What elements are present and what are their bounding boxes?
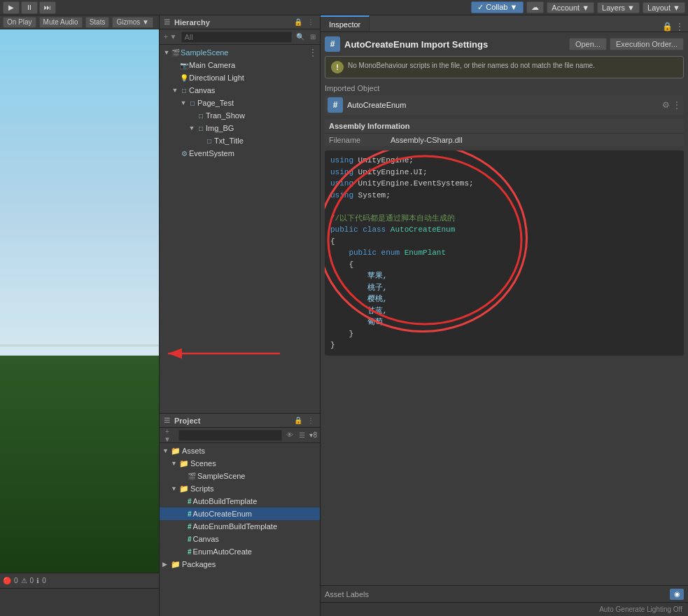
- hierarchy-header: ☰ Hierarchy 🔒 ⋮: [160, 15, 320, 29]
- gizmos-button[interactable]: Gizmos ▼: [112, 17, 153, 28]
- script-auto-build-icon: #: [188, 498, 192, 505]
- on-play-button[interactable]: On Play: [3, 17, 36, 28]
- step-button[interactable]: ⏭: [39, 1, 56, 14]
- item-gear-btn[interactable]: ⚙: [662, 100, 670, 110]
- scene-view: On Play Mute Audio Stats Gizmos ▼: [0, 15, 159, 573]
- execution-order-button[interactable]: Execution Order...: [610, 38, 684, 50]
- middle-section: ☰ Hierarchy 🔒 ⋮ + ▼ 🔍 ⊞ ▼ 🎬 SampleScene: [160, 15, 321, 616]
- collab-button[interactable]: ✓ Collab ▼: [471, 1, 524, 13]
- tree-item-canvas[interactable]: ▼ □ Canvas: [160, 84, 320, 97]
- project-item-canvas-asset[interactable]: # Canvas: [160, 533, 320, 545]
- imported-item-actions: ⚙ ⋮: [662, 100, 681, 110]
- tree-item-sample-scene[interactable]: ▼ 🎬 SampleScene ⋮: [160, 46, 320, 59]
- code-line-17: }: [330, 340, 678, 351]
- inspector-lock-btn[interactable]: 🔒: [662, 22, 673, 31]
- project-more-btn[interactable]: ⋮: [306, 416, 316, 424]
- item-dots-btn[interactable]: ⋮: [673, 100, 681, 110]
- scene-asset-icon: 🎬: [188, 472, 196, 480]
- project-item-assets[interactable]: ▼ 📁 Assets: [160, 444, 320, 457]
- project-label-auto-enum-build: AutoEnumBuildTemplate: [193, 522, 277, 531]
- tree-item-event-system[interactable]: ⚙ EventSystem: [160, 147, 320, 160]
- scene-sky: [0, 29, 159, 356]
- project-label-scenes: Scenes: [190, 459, 216, 468]
- project-filter-btn[interactable]: ☰: [297, 431, 307, 439]
- project-item-scenes[interactable]: ▼ 📁 Scenes: [160, 457, 320, 470]
- hierarchy-title: Hierarchy: [174, 18, 210, 27]
- cloud-button[interactable]: ☁: [526, 1, 544, 13]
- project-eye-btn[interactable]: 👁: [285, 431, 295, 439]
- hierarchy-sort-btn[interactable]: ⊞: [309, 33, 317, 41]
- project-item-enum-auto-create[interactable]: # EnumAutoCreate: [160, 545, 320, 558]
- tree-item-img-bg[interactable]: ▼ □ Img_BG: [160, 122, 320, 134]
- hierarchy-add-btn[interactable]: + ▼: [162, 33, 178, 41]
- toolbar-right: ✓ Collab ▼ ☁ Account ▼ Layers ▼ Layout ▼: [471, 1, 685, 13]
- code-line-5: [330, 201, 678, 213]
- hierarchy-search[interactable]: [181, 31, 292, 43]
- tree-item-main-camera[interactable]: 📷 Main Camera: [160, 59, 320, 71]
- imported-object-section: Imported Object # AutoCreateEnum ⚙ ⋮: [325, 84, 684, 115]
- code-line-12: 桃子,: [330, 282, 678, 294]
- project-label-auto-create-enum: AutoCreateEnum: [193, 510, 252, 518]
- project-item-auto-enum-build[interactable]: # AutoEnumBuildTemplate: [160, 520, 320, 533]
- tran-show-icon: □: [196, 112, 206, 120]
- code-line-6: //以下代码都是通过脚本自动生成的: [330, 213, 678, 225]
- asset-labels-btn[interactable]: ◉: [670, 589, 684, 600]
- project-item-scripts[interactable]: ▼ 📁 Scripts: [160, 482, 320, 495]
- project-panel: ☰ Project 🔒 ⋮ + ▼ 👁 ☰ ▾8 ▼ 📁: [160, 413, 320, 616]
- hierarchy-lock-btn[interactable]: 🔒: [293, 18, 304, 26]
- folder-scenes-icon: 📁: [179, 459, 189, 468]
- project-title: Project: [174, 416, 200, 425]
- project-add-btn[interactable]: + ▼: [162, 428, 172, 443]
- layers-button[interactable]: Layers ▼: [597, 2, 640, 13]
- project-item-packages[interactable]: ▶ 📁 Packages: [160, 558, 320, 570]
- code-line-10: {: [330, 259, 678, 271]
- tree-label-sample-scene: SampleScene: [181, 48, 229, 57]
- pause-button[interactable]: ⏸: [21, 1, 38, 14]
- scene-horizon: [0, 344, 159, 346]
- warning-icon: !: [331, 61, 344, 74]
- warning-count: 0: [30, 577, 34, 584]
- project-label-packages: Packages: [182, 560, 216, 568]
- code-container: using UnityEngine; using UnityEngine.UI;…: [325, 150, 684, 356]
- scene-bottom-bar: 🔴 0 ⚠ 0 ℹ 0: [0, 573, 159, 588]
- scene-toolbar: On Play Mute Audio Stats Gizmos ▼: [0, 15, 159, 29]
- code-line-9: public enum EnumPlant: [330, 247, 678, 259]
- tree-label-canvas: Canvas: [189, 86, 215, 94]
- project-label-enum-auto-create: EnumAutoCreate: [193, 547, 252, 556]
- inspector-tab[interactable]: Inspector: [321, 15, 370, 31]
- project-item-auto-build[interactable]: # AutoBuildTemplate: [160, 495, 320, 507]
- inspector-header-actions: 🔒 ⋮: [658, 22, 688, 31]
- tree-item-page-test[interactable]: ▼ □ Page_Test: [160, 97, 320, 109]
- tree-item-txt-title[interactable]: □ Txt_Title: [160, 134, 320, 147]
- hierarchy-filter-btn[interactable]: 🔍: [295, 33, 306, 41]
- project-label-assets: Assets: [182, 447, 205, 455]
- inspector-more-btn[interactable]: ⋮: [675, 22, 684, 31]
- assembly-filename-row: Filename Assembly-CSharp.dll: [325, 134, 684, 146]
- code-line-8: {: [330, 236, 678, 248]
- project-item-sample-scene[interactable]: 🎬 SampleScene: [160, 470, 320, 482]
- project-search[interactable]: [178, 430, 282, 441]
- console-area: [0, 588, 159, 616]
- stats-button[interactable]: Stats: [85, 17, 110, 28]
- account-button[interactable]: Account ▼: [547, 2, 594, 13]
- imported-object-label: Imported Object: [325, 84, 684, 92]
- tree-label-tran-show: Tran_Show: [206, 111, 245, 120]
- assembly-filename-key: Filename: [329, 136, 385, 144]
- hierarchy-panel: ☰ Hierarchy 🔒 ⋮ + ▼ 🔍 ⊞ ▼ 🎬 SampleScene: [160, 15, 320, 413]
- arrow-packages: ▶: [162, 561, 171, 568]
- project-label-scripts: Scripts: [190, 484, 214, 493]
- tree-item-directional-light[interactable]: 💡 Directional Light: [160, 71, 320, 84]
- imported-hash-icon: #: [328, 97, 343, 113]
- project-lock-btn[interactable]: 🔒: [293, 416, 304, 424]
- mute-audio-button[interactable]: Mute Audio: [39, 17, 83, 28]
- tree-arrow-page-test: ▼: [179, 99, 188, 106]
- script-enum-auto-create-icon: #: [188, 548, 192, 556]
- project-item-auto-create-enum[interactable]: # AutoCreateEnum: [160, 507, 320, 520]
- open-button[interactable]: Open...: [569, 38, 607, 50]
- tree-menu-sample-scene[interactable]: ⋮: [309, 48, 320, 57]
- play-button[interactable]: ▶: [3, 1, 20, 14]
- layout-button[interactable]: Layout ▼: [643, 2, 685, 13]
- tree-item-tran-show[interactable]: □ Tran_Show: [160, 109, 320, 122]
- code-line-14: 甘蓝,: [330, 305, 678, 317]
- hierarchy-more-btn[interactable]: ⋮: [306, 18, 316, 26]
